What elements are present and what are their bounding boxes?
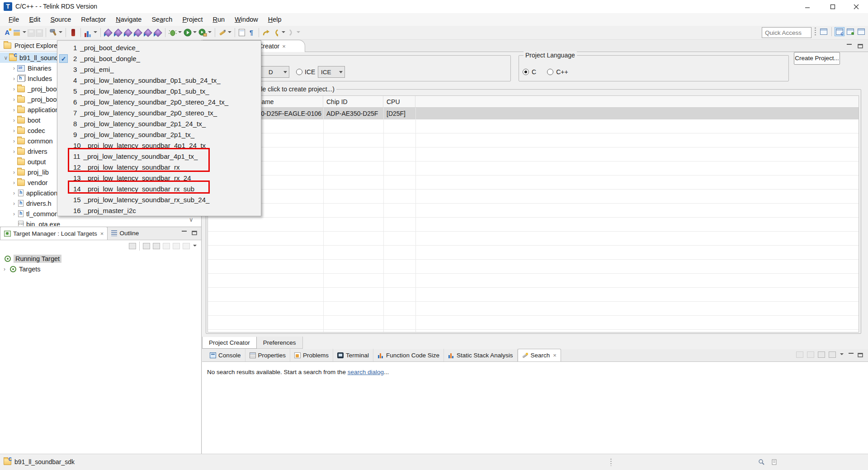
dropdown-caret-icon[interactable] [94,31,97,33]
close-tab-icon[interactable]: × [100,230,104,237]
tab-project-creator-page[interactable]: Project Creator [202,337,257,349]
external-run-icon[interactable] [198,28,207,37]
close-window-button[interactable] [846,0,866,13]
tree-expander-icon[interactable]: › [11,180,17,186]
tab-target-manager[interactable]: Target Manager : Local Targets × [0,227,108,240]
dropdown-menu-item[interactable]: ✓ 1 _proj_boot_device_ [57,42,261,53]
tree-expander-icon[interactable]: › [11,148,17,155]
tree-expander-icon[interactable]: ∨ [3,55,9,61]
forward-icon[interactable] [287,28,296,37]
maximize-window-button[interactable] [823,0,843,13]
tree-row[interactable]: bin_ota.exe [0,219,201,226]
menu-item[interactable]: Edit [24,14,45,25]
menu-item[interactable]: Navigate [111,14,146,25]
menu-item[interactable]: Search [146,14,177,25]
pin-view-icon[interactable] [818,351,825,358]
last-edit-location-icon[interactable] [262,28,271,37]
refresh-targets-icon[interactable] [183,243,190,249]
tree-expander-icon[interactable]: › [11,65,17,71]
telink-tool-icon-1[interactable] [104,28,113,37]
new-project-icon[interactable] [13,28,22,37]
telink-tool-icon-3[interactable] [123,28,132,37]
telink-tool-icon-5[interactable] [143,28,152,37]
telink-tool-icon-2[interactable] [113,28,123,37]
open-perspective-icon[interactable] [819,27,829,36]
console-tab[interactable]: Console [206,349,245,361]
column-header-cpu[interactable]: CPU [383,96,415,108]
minimize-editor-icon[interactable] [846,43,852,49]
back-icon[interactable] [272,28,281,37]
cpp-radio[interactable] [547,69,553,75]
tree-expander-icon[interactable]: › [11,200,17,207]
debug-perspective-icon[interactable] [845,27,855,36]
new-target-icon[interactable] [129,243,136,249]
dropdown-caret-icon[interactable] [178,31,182,33]
scroll-down-icon[interactable]: ∨ [189,216,193,223]
view-menu-icon[interactable] [193,245,197,247]
tree-expander-icon[interactable]: › [11,86,17,92]
console-tab[interactable]: Static Stack Analysis [444,349,518,361]
tab-preferences-page[interactable]: Preferences [257,337,303,349]
table-row-selected[interactable]: ADP-AE350-D25F-EAGLE-0106 ADP-AE350-D25F… [208,108,859,119]
ice-radio[interactable] [296,69,302,75]
save-icon[interactable] [28,29,35,37]
dropdown-caret-icon[interactable] [59,31,62,33]
dropdown-menu-item[interactable]: ✓ 5 _proj_low_latency_soundbar_0p1_sub_t… [57,85,261,96]
running-target-row[interactable]: Running Target [0,253,201,264]
dropdown-menu-item[interactable]: ✓ 7 _proj_low_latency_soundbar_2p0_stere… [57,107,261,118]
flash-download-icon[interactable] [71,29,75,36]
new-file-icon[interactable]: A [3,28,12,37]
collapse-all-icon[interactable] [143,243,150,249]
dropdown-menu-item[interactable]: ✓ 8 _proj_low_latency_soundbar_2p1_24_tx… [57,118,261,129]
other-perspective-icon[interactable] [856,27,866,36]
status-separator[interactable] [610,459,612,466]
debug-icon[interactable] [168,28,177,37]
run-icon[interactable] [183,28,192,37]
menu-item[interactable]: Refactor [76,14,111,25]
c-radio[interactable] [523,69,529,75]
dropdown-menu-item[interactable]: ✓ 9 _proj_low_latency_soundbar_2p1_tx_ [57,129,261,140]
telink-tool-icon-6[interactable] [153,28,162,37]
dropdown-caret-icon[interactable] [208,31,212,33]
create-project-button[interactable]: Create Project... [794,52,840,65]
targets-row[interactable]: › Targets [0,264,201,274]
tree-expander-icon[interactable]: › [11,138,17,144]
telink-tool-icon-4[interactable] [133,28,142,37]
view-menu-icon[interactable] [840,353,844,355]
menu-item[interactable]: Window [230,14,263,25]
code-size-chart-icon[interactable] [84,28,93,37]
tree-expander-icon[interactable]: › [11,190,17,196]
dropdown-caret-icon[interactable] [23,31,26,33]
close-tab-icon[interactable]: × [282,43,286,50]
minimize-view-icon[interactable] [181,230,187,236]
console-tab[interactable]: Function Code Size [373,349,444,361]
dropdown-menu-item[interactable]: ✓ 3 _proj_emi_ [57,64,261,75]
target-config-icon[interactable] [163,243,170,249]
history-icon[interactable] [829,351,836,358]
tree-expander-icon[interactable]: › [11,76,17,82]
cpp-perspective-icon[interactable] [835,27,844,36]
outline-doc-icon[interactable] [239,29,245,36]
build-hammer-icon[interactable] [49,28,58,37]
minimize-view-icon[interactable] [848,352,854,358]
dropdown-menu-item[interactable]: ✓ 15 _proj_low_latency_soundbar_rx_sub_2… [57,194,261,205]
tree-expander-icon[interactable]: › [11,169,17,176]
quick-access-input[interactable] [762,27,811,38]
dropdown-caret-icon[interactable] [228,31,231,33]
ice-combo[interactable]: ICE [318,66,345,78]
maximize-view-icon[interactable] [858,352,863,358]
tree-expander-icon[interactable]: › [11,96,17,103]
tree-expander-icon[interactable]: › [11,211,17,217]
target-flash-icon[interactable] [173,243,180,249]
link-with-editor-icon[interactable] [153,243,160,249]
dropdown-menu-item[interactable]: ✓ 6 _proj_low_latency_soundbar_2p0_stere… [57,96,261,107]
tree-expander-icon[interactable]: › [4,266,10,272]
maximize-editor-icon[interactable] [858,43,863,49]
dropdown-menu-item[interactable]: ✓ 4 _proj_low_latency_soundbar_0p1_sub_2… [57,75,261,85]
search-dialog-link[interactable]: search dialog [348,369,384,375]
tree-expander-icon[interactable]: › [11,107,17,113]
close-tab-icon[interactable]: × [553,352,557,359]
column-header-chip-id[interactable]: Chip ID [323,96,383,108]
dropdown-menu-item[interactable]: ✓ 2 _proj_boot_dongle_ [57,53,261,64]
dropdown-caret-icon[interactable] [297,31,300,33]
